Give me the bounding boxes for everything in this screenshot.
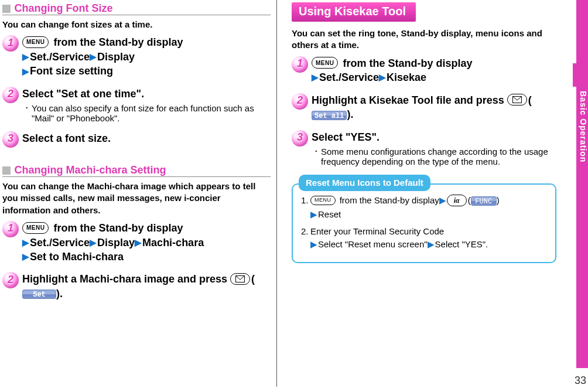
path-part: Set./Service <box>30 237 90 249</box>
triangle-icon: ▶ <box>90 51 97 63</box>
row-num: 1. <box>301 194 310 207</box>
side-tab <box>576 0 588 368</box>
triangle-icon: ▶ <box>135 237 142 249</box>
step-note: ･You can also specify a font size for ea… <box>25 103 271 123</box>
step: 1 MENU from the Stand-by display ▶Set./S… <box>2 221 271 264</box>
heading-square-icon <box>2 166 11 175</box>
section-heading-font: Changing Font Size <box>2 2 271 15</box>
step-number: 2 <box>297 94 303 106</box>
section-heading-machichara: Changing Machi-chara Setting <box>2 164 271 177</box>
step-lead: Select "Set at one time". <box>22 87 271 101</box>
step-badge: 1 <box>2 35 19 52</box>
bullet-icon: ･ <box>314 147 319 166</box>
step-badge: 1 <box>292 56 308 73</box>
ialpha-key-icon: iα <box>447 195 467 206</box>
card-row: 2. Enter your Terminal Security Code ▶Se… <box>301 225 547 253</box>
path-part: Kisekae <box>387 72 426 83</box>
path-part: Machi-chara <box>142 237 204 249</box>
step-badge: 2 <box>292 93 308 110</box>
triangle-icon: ▶ <box>22 237 29 249</box>
info-card-body: 1. MENU from the Stand-by display▶iα(FUN… <box>292 183 556 263</box>
triangle-icon: ▶ <box>22 251 29 263</box>
text: Reset <box>318 210 341 220</box>
path-part: Display <box>97 237 135 249</box>
step-lead: MENU from the Stand-by display ▶Set./Ser… <box>312 56 556 85</box>
step-number: 1 <box>8 36 13 49</box>
column-divider <box>276 0 277 387</box>
paren-open: ( <box>251 273 255 285</box>
text: Select "Reset menu screen" <box>318 240 428 250</box>
menu-key-icon: MENU <box>22 222 49 234</box>
step-badge: 1 <box>2 221 19 237</box>
step: 2 Highlight a Machi-chara image and pres… <box>2 272 271 301</box>
path-part: Set./Service <box>319 72 379 83</box>
step: 3 Select "YES". ･Some menu configuration… <box>292 130 556 166</box>
heading-square-icon <box>2 5 11 13</box>
mail-key-icon <box>230 273 250 285</box>
paren-open: ( <box>528 94 532 106</box>
section-intro: You can change font sizes at a time. <box>2 19 271 30</box>
step-badge: 3 <box>292 130 308 147</box>
step: 1 MENU from the Stand-by display ▶Set./S… <box>292 56 556 85</box>
step: 3 Select a font size. <box>2 131 271 148</box>
path-part: Font size setting <box>30 65 113 77</box>
step-lead: Highlight a Machi-chara image and press … <box>22 272 271 301</box>
triangle-icon: ▶ <box>22 66 29 77</box>
step-number: 2 <box>8 273 13 285</box>
paren-close: ). <box>56 288 63 299</box>
triangle-icon: ▶ <box>312 72 319 83</box>
triangle-icon: ▶ <box>428 238 435 251</box>
step-text: from the Stand-by display <box>340 57 472 69</box>
bullet-icon: ･ <box>25 103 29 123</box>
paren-close: ) <box>497 195 500 205</box>
triangle-icon: ▶ <box>310 208 317 222</box>
info-card: Reset Menu Icons to Default 1. MENU from… <box>292 175 556 263</box>
softkey-pill: Set all <box>312 111 347 120</box>
row-num: 2. <box>301 225 310 239</box>
menu-key-icon: MENU <box>312 57 338 69</box>
page-number: 33 <box>575 375 586 387</box>
section-heading-text: Changing Font Size <box>14 2 112 14</box>
step-badge: 2 <box>2 272 19 288</box>
step-number: 1 <box>8 222 13 234</box>
step-badge: 2 <box>2 87 19 103</box>
step-number: 1 <box>297 57 303 69</box>
path-part: Display <box>97 51 135 63</box>
step-text-a: Highlight a Machi-chara image and press <box>22 273 230 285</box>
step-lead: MENU from the Stand-by display ▶Set./Ser… <box>22 35 271 79</box>
step-note: ･Some menu configurations change accordi… <box>314 147 556 166</box>
side-marker <box>573 63 576 87</box>
info-card-title: Reset Menu Icons to Default <box>299 175 430 191</box>
triangle-icon: ▶ <box>379 72 386 83</box>
left-column: Changing Font Size You can change font s… <box>0 0 281 388</box>
text: Enter your Terminal Security Code <box>310 226 444 236</box>
step-lead: Highlight a Kisekae Tool file and press … <box>312 93 556 122</box>
menu-key-icon: MENU <box>310 196 336 205</box>
text: Select "YES". <box>435 240 488 250</box>
menu-key-icon: MENU <box>22 36 49 48</box>
side-tab-label: Basic Operation <box>576 91 588 162</box>
section-intro: You can change the Machi-chara image whi… <box>2 181 271 216</box>
step-lead: Select "YES". <box>312 130 556 144</box>
step-badge: 3 <box>2 131 19 148</box>
paren-close: ). <box>347 108 353 120</box>
step-lead: Select a font size. <box>22 131 271 145</box>
path-part: Set to Machi-chara <box>30 251 124 263</box>
step-number: 2 <box>8 88 13 100</box>
text: from the Stand-by display <box>337 195 439 205</box>
step-lead: MENU from the Stand-by display ▶Set./Ser… <box>22 221 271 264</box>
section-heading-text: Changing Machi-chara Setting <box>14 164 166 176</box>
softkey-pill: Set <box>22 290 56 299</box>
mail-key-icon <box>507 94 527 105</box>
step: 1 MENU from the Stand-by display ▶Set./S… <box>2 35 271 79</box>
step: 2 Highlight a Kisekae Tool file and pres… <box>292 93 556 122</box>
step-number: 3 <box>297 131 303 143</box>
path-part: Set./Service <box>30 51 90 63</box>
triangle-icon: ▶ <box>310 238 317 251</box>
note-text: You can also specify a font size for eac… <box>32 103 271 123</box>
triangle-icon: ▶ <box>90 237 97 249</box>
step: 2 Select "Set at one time". ･You can als… <box>2 87 271 123</box>
step-text: from the Stand-by display <box>50 222 183 234</box>
step-text-a: Highlight a Kisekae Tool file and press <box>312 94 507 106</box>
section-banner: Using Kisekae Tool <box>292 2 416 22</box>
